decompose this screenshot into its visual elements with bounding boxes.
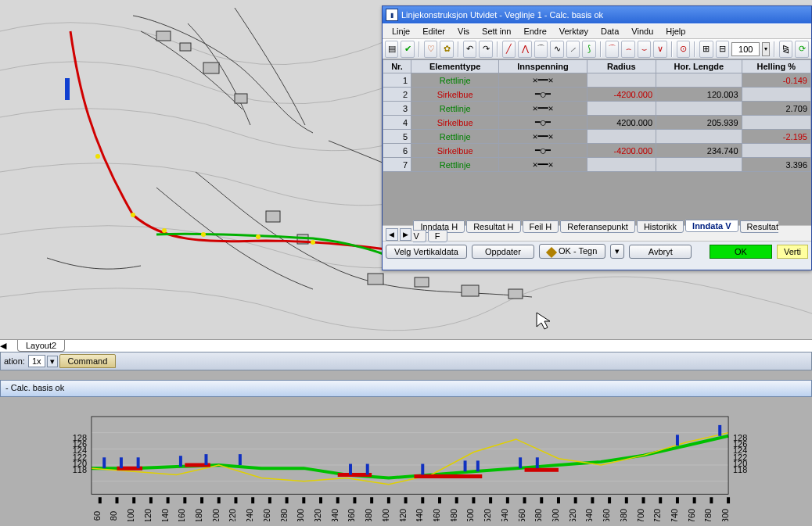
svg-text:320: 320 xyxy=(313,509,322,521)
col-elementtype[interactable]: Elementtype xyxy=(411,60,499,73)
curve-red3-icon[interactable]: ⌣ xyxy=(638,41,651,58)
profile-chart-area[interactable]: 6080100120140160180200220240260280300320… xyxy=(0,397,812,526)
curve-red4-icon[interactable]: ∨ xyxy=(653,41,666,58)
arc-tool-icon[interactable]: ⌒ xyxy=(534,41,548,58)
redo-icon[interactable]: ↷ xyxy=(479,41,492,58)
poly-tool-icon[interactable]: ⋀ xyxy=(518,41,531,58)
command-tab[interactable]: Command xyxy=(59,354,117,368)
menu-vis[interactable]: Vis xyxy=(458,27,469,36)
tab-f[interactable]: F xyxy=(428,230,447,242)
col-innspenning[interactable]: Innspenning xyxy=(499,60,587,73)
oppdater-button[interactable]: Oppdater xyxy=(472,245,534,259)
refresh-icon[interactable]: ⟳ xyxy=(795,41,808,58)
col-radius[interactable]: Radius xyxy=(587,60,656,73)
svg-rect-46 xyxy=(506,497,509,503)
tab-feil-h[interactable]: Feil H xyxy=(523,220,559,233)
toolbar-icon-1[interactable]: ▤ xyxy=(385,41,398,58)
minus-icon[interactable]: ⊟ xyxy=(716,41,729,58)
table-row[interactable]: 1Rettlinje✕━━✕-0.149 xyxy=(383,73,811,88)
dialog-bottom-tabs: ◀ ▶ Inndata HResultat HFeil HReferansepu… xyxy=(383,225,811,241)
velg-vertikaldata-button[interactable]: Velg Vertikaldata xyxy=(386,245,467,259)
curve-tool-icon[interactable]: ∿ xyxy=(550,41,563,58)
svg-text:118: 118 xyxy=(733,465,747,474)
menu-data[interactable]: Data xyxy=(601,27,619,36)
menu-verktøy[interactable]: Verktøy xyxy=(559,27,588,36)
menu-sett inn[interactable]: Sett inn xyxy=(482,27,511,36)
svg-text:380: 380 xyxy=(364,509,373,521)
svg-point-13 xyxy=(131,213,135,217)
dialog-title: Linjekonstruksjon Utvidet - Veglinje 1 -… xyxy=(401,10,603,20)
svg-rect-44 xyxy=(472,497,475,503)
svg-rect-27 xyxy=(183,497,186,503)
svg-rect-36 xyxy=(336,497,340,503)
line-tool-icon[interactable]: ╱ xyxy=(502,41,516,58)
svg-text:760: 760 xyxy=(687,509,696,521)
tab-historikk[interactable]: Historikk xyxy=(637,220,684,233)
menu-endre[interactable]: Endre xyxy=(523,27,546,36)
rate-field[interactable]: 1x xyxy=(28,355,45,367)
table-row[interactable]: 5Rettlinje✕━━✕-2.195 xyxy=(383,130,811,144)
svg-rect-9 xyxy=(462,285,479,296)
svg-rect-115 xyxy=(536,457,539,468)
menu-linje[interactable]: Linje xyxy=(392,27,410,36)
svg-rect-25 xyxy=(149,497,153,503)
tangent-tool-icon[interactable]: ⟋ xyxy=(566,41,580,58)
tab-inndata-v[interactable]: Inndata V xyxy=(685,220,738,232)
menu-hjelp[interactable]: Hjelp xyxy=(666,27,685,36)
undo-icon[interactable]: ↶ xyxy=(463,41,476,58)
svg-rect-37 xyxy=(353,497,356,503)
status-ok-badge: OK xyxy=(710,245,772,259)
table-row[interactable]: 3Rettlinje✕━━✕2.709 xyxy=(383,102,811,116)
zoom-dropdown-icon[interactable]: ▾ xyxy=(762,42,770,56)
svg-rect-23 xyxy=(116,497,119,503)
plus-icon[interactable]: ⊞ xyxy=(699,41,713,58)
circle-tool-icon[interactable]: ⊙ xyxy=(677,41,690,58)
tab-nav-next-icon[interactable]: ▶ xyxy=(400,228,412,241)
table-row[interactable]: 7Rettlinje✕━━✕3.396 xyxy=(383,158,811,172)
table-row[interactable]: 2Sirkelbue━◯━-4200.000120.003 xyxy=(383,88,811,102)
svg-rect-34 xyxy=(302,497,305,503)
svg-rect-26 xyxy=(167,497,170,503)
toolbar-check-icon[interactable]: ✔ xyxy=(401,41,414,58)
svg-rect-43 xyxy=(455,497,458,503)
tab-resultat-h[interactable]: Resultat H xyxy=(466,220,520,233)
svg-rect-39 xyxy=(387,497,390,503)
col-horlengde[interactable]: Hor. Lengde xyxy=(656,60,742,73)
status-verti-badge: Verti xyxy=(777,245,808,259)
toolbar-gear-icon[interactable]: ✿ xyxy=(440,41,453,58)
toolbar-heart-icon[interactable]: ♡ xyxy=(424,41,437,58)
col-nr[interactable]: Nr. xyxy=(383,60,411,73)
svg-text:220: 220 xyxy=(228,509,237,521)
table-row[interactable]: 4Sirkelbue━◯━4200.000205.939 xyxy=(383,116,811,130)
tab-referansepunkt[interactable]: Referansepunkt xyxy=(560,220,635,233)
mirror-icon[interactable]: ⧎ xyxy=(779,41,792,58)
elements-table-wrap[interactable]: Nr.ElementtypeInnspenningRadiusHor. Leng… xyxy=(383,59,811,225)
curve-red2-icon[interactable]: ⌢ xyxy=(621,41,634,58)
profile-title: - Calc. basis ok xyxy=(0,380,812,397)
curve-red1-icon[interactable]: ⌒ xyxy=(605,41,619,58)
col-helling[interactable]: Helling % xyxy=(742,60,810,73)
layout-tab[interactable]: Layout2 xyxy=(17,340,65,352)
table-row[interactable]: 6Sirkelbue━◯━-4200.000234.740 xyxy=(383,144,811,158)
svg-text:360: 360 xyxy=(347,509,356,521)
zoom-input[interactable] xyxy=(731,42,760,56)
dialog-titlebar[interactable]: ▮ Linjekonstruksjon Utvidet - Veglinje 1… xyxy=(383,6,811,23)
avbryt-button[interactable]: Avbryt xyxy=(629,245,692,259)
svg-rect-3 xyxy=(203,63,219,73)
menu-editer[interactable]: Editer xyxy=(422,27,445,36)
svg-rect-49 xyxy=(557,497,560,503)
svg-text:700: 700 xyxy=(636,509,645,521)
svg-rect-29 xyxy=(217,497,221,503)
svg-rect-109 xyxy=(349,464,352,475)
svg-rect-8 xyxy=(415,277,429,287)
ok-tegn-button[interactable]: OK - Tegn xyxy=(539,244,605,258)
menu-vindu[interactable]: Vindu xyxy=(631,27,653,36)
pencil-icon xyxy=(546,246,557,257)
svg-text:540: 540 xyxy=(500,509,509,521)
rate-dropdown-icon[interactable]: ▾ xyxy=(47,356,58,367)
ok-tegn-dropdown-icon[interactable]: ▾ xyxy=(610,244,624,259)
tab-nav-prev-icon[interactable]: ◀ xyxy=(386,228,398,241)
svg-rect-117 xyxy=(718,425,721,436)
spiral-tool-icon[interactable]: ⟆ xyxy=(582,41,595,58)
svg-text:420: 420 xyxy=(398,509,408,521)
